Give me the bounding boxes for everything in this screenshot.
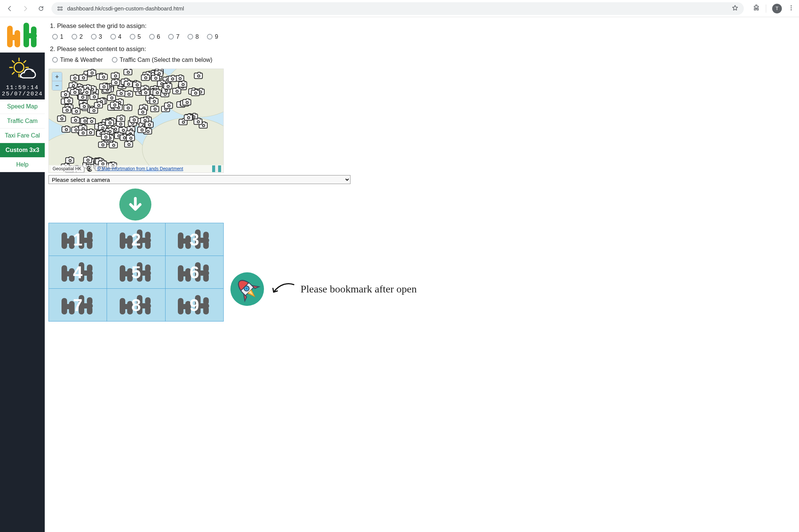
grid-option-4[interactable]: 4 (110, 34, 122, 40)
nav-help[interactable]: Help (0, 158, 45, 172)
camera-marker[interactable] (184, 114, 193, 121)
camera-marker[interactable] (62, 126, 70, 133)
map-attribution-link[interactable]: © Map infortmation from Lands Department (97, 166, 183, 171)
camera-marker[interactable] (163, 83, 172, 89)
camera-marker[interactable] (123, 69, 132, 75)
grid-option-6[interactable]: 6 (149, 34, 160, 40)
camera-marker[interactable] (70, 89, 79, 95)
nav-traffic-cam[interactable]: Traffic Cam (0, 114, 45, 129)
camera-marker[interactable] (111, 73, 120, 79)
camera-marker[interactable] (145, 121, 154, 128)
camera-marker[interactable] (110, 102, 119, 108)
forward-button[interactable] (20, 3, 31, 14)
site-settings-icon[interactable] (57, 5, 63, 12)
camera-marker[interactable] (65, 157, 74, 164)
camera-marker[interactable] (150, 98, 158, 104)
camera-marker[interactable] (87, 70, 96, 76)
camera-marker[interactable] (98, 142, 107, 148)
extensions-icon[interactable] (753, 4, 760, 13)
grid-option-3[interactable]: 3 (91, 34, 102, 40)
camera-marker[interactable] (79, 75, 88, 81)
camera-marker[interactable] (123, 105, 132, 111)
camera-marker[interactable] (101, 134, 110, 140)
camera-select[interactable]: Please select a camera (48, 175, 350, 184)
camera-marker[interactable] (178, 81, 187, 88)
grid-option-7[interactable]: 7 (168, 34, 179, 40)
camera-marker[interactable] (126, 135, 135, 141)
assign-arrow-button[interactable] (119, 189, 151, 221)
map-zoom-in-button[interactable]: + (52, 72, 62, 81)
camera-marker[interactable] (79, 103, 88, 110)
camera-marker[interactable] (124, 91, 133, 97)
grid-slot-1[interactable]: 1 (49, 223, 107, 256)
grid-option-8[interactable]: 8 (188, 34, 199, 40)
camera-marker[interactable] (70, 75, 79, 81)
address-bar[interactable]: dashboard.hk/csdi-gen-custom-dashboard.h… (51, 2, 744, 15)
camera-marker[interactable] (105, 120, 114, 126)
camera-marker[interactable] (116, 90, 125, 96)
camera-marker[interactable] (138, 109, 147, 115)
camera-marker[interactable] (132, 82, 141, 88)
camera-marker[interactable] (116, 115, 125, 122)
camera-marker[interactable] (141, 75, 150, 81)
map-zoom-out-button[interactable]: − (52, 81, 62, 90)
weather-widget (0, 53, 45, 85)
camera-marker[interactable] (191, 90, 200, 96)
grid-slot-4[interactable]: 4 (49, 256, 107, 289)
reload-button[interactable] (36, 3, 46, 14)
camera-marker[interactable] (151, 75, 160, 81)
svg-point-4 (791, 5, 792, 6)
camera-marker[interactable] (182, 99, 191, 105)
grid-slot-7[interactable]: 7 (49, 289, 107, 322)
grid-slot-8[interactable]: 8 (107, 289, 165, 322)
grid-slot-3[interactable]: 3 (165, 223, 223, 256)
nav-custom-3x3[interactable]: Custom 3x3 (0, 143, 45, 158)
content-option-time-weather[interactable]: Time & Weather (52, 57, 103, 63)
nav-taxi-fare[interactable]: Taxi Fare Cal (0, 129, 45, 143)
grid-slot-6[interactable]: 6 (165, 256, 223, 289)
camera-marker[interactable] (129, 117, 138, 123)
camera-marker[interactable] (164, 102, 173, 109)
camera-marker[interactable] (109, 142, 118, 148)
camera-marker[interactable] (71, 117, 80, 123)
app-logo[interactable] (0, 17, 45, 53)
camera-marker[interactable] (99, 83, 108, 90)
grid-slot-9[interactable]: 9 (165, 289, 223, 322)
camera-marker[interactable] (111, 79, 120, 86)
camera-marker[interactable] (194, 118, 202, 125)
nav-speed-map[interactable]: Speed Map (0, 99, 45, 114)
camera-marker[interactable] (124, 141, 133, 148)
grid-slot-5[interactable]: 5 (107, 256, 165, 289)
camera-marker[interactable] (107, 95, 116, 101)
camera-marker[interactable] (137, 127, 146, 133)
grid-option-5[interactable]: 5 (130, 34, 141, 40)
traffic-cam-map[interactable]: + − Geospatial HK © Map infortmation fro… (48, 69, 224, 173)
camera-marker[interactable] (57, 115, 66, 122)
camera-marker[interactable] (168, 76, 177, 82)
camera-marker[interactable] (62, 107, 71, 113)
camera-marker[interactable] (99, 74, 108, 80)
profile-avatar[interactable]: T (772, 4, 782, 13)
content-option-traffic-cam[interactable]: Traffic Cam (Select the cam below) (112, 57, 213, 63)
grid-slot-2[interactable]: 2 (107, 223, 165, 256)
svg-point-14 (14, 63, 24, 72)
bookmark-star-icon[interactable] (732, 4, 739, 13)
camera-marker[interactable] (172, 88, 181, 94)
camera-marker[interactable] (94, 102, 103, 108)
camera-marker[interactable] (194, 73, 203, 79)
grid-option-2[interactable]: 2 (72, 34, 83, 40)
sun-cloud-icon (8, 56, 37, 82)
launch-button[interactable] (230, 272, 264, 306)
back-button[interactable] (4, 3, 15, 14)
grid-option-9[interactable]: 9 (207, 34, 218, 40)
camera-marker[interactable] (87, 118, 96, 124)
camera-marker[interactable] (72, 108, 81, 114)
grid-option-1[interactable]: 1 (52, 34, 63, 40)
camera-marker[interactable] (64, 98, 73, 104)
camera-marker[interactable] (78, 130, 87, 136)
kebab-menu-icon[interactable] (788, 4, 795, 13)
camera-marker[interactable] (124, 81, 133, 87)
camera-marker[interactable] (141, 89, 150, 96)
camera-marker[interactable] (150, 106, 159, 112)
camera-marker[interactable] (83, 157, 92, 163)
